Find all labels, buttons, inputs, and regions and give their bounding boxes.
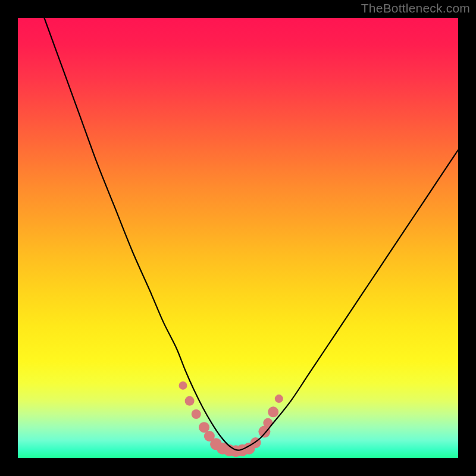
chart-frame: TheBottleneck.com <box>0 0 476 476</box>
marker-dot <box>192 409 201 419</box>
marker-dot <box>179 381 187 390</box>
bottleneck-curve <box>44 18 458 450</box>
watermark-text: TheBottleneck.com <box>361 1 470 15</box>
plot-area <box>18 18 458 458</box>
marker-dot <box>185 396 195 406</box>
marker-dot <box>275 394 283 403</box>
curve-layer <box>18 18 458 458</box>
marker-dot <box>268 406 278 417</box>
curve-markers <box>179 381 283 457</box>
